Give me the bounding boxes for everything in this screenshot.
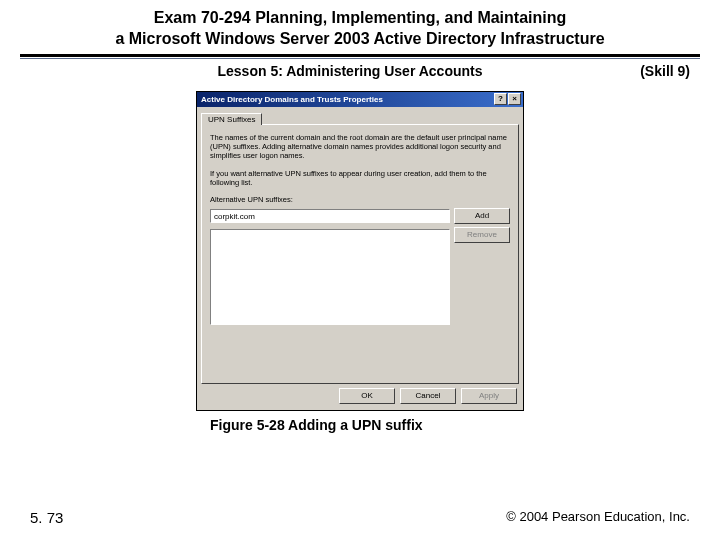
tab-strip: UPN Suffixes <box>197 107 523 124</box>
description-2: If you want alternative UPN suffixes to … <box>210 169 510 188</box>
slide-header: Exam 70-294 Planning, Implementing, and … <box>0 0 720 54</box>
suffix-listbox[interactable] <box>210 229 450 325</box>
tab-panel: The names of the current domain and the … <box>201 124 519 384</box>
close-button[interactable]: × <box>508 93 521 105</box>
figure-caption: Figure 5-28 Adding a UPN suffix <box>0 417 720 433</box>
page-number: 5. 73 <box>30 509 63 526</box>
input-row: corpkit.com Add <box>210 208 510 224</box>
dialog-button-row: OK Cancel Apply <box>197 388 523 410</box>
remove-button: Remove <box>454 227 510 243</box>
divider-thick <box>20 54 700 57</box>
help-button[interactable]: ? <box>494 93 507 105</box>
figure-area: Active Directory Domains and Trusts Prop… <box>0 91 720 433</box>
header-line2: a Microsoft Windows Server 2003 Active D… <box>20 29 700 50</box>
tab-upn-suffixes[interactable]: UPN Suffixes <box>201 113 262 125</box>
ok-button[interactable]: OK <box>339 388 395 404</box>
apply-button: Apply <box>461 388 517 404</box>
header-line1: Exam 70-294 Planning, Implementing, and … <box>20 8 700 29</box>
skill-label: (Skill 9) <box>610 63 690 79</box>
lesson-row: Lesson 5: Administering User Accounts (S… <box>0 59 720 85</box>
list-row: Remove <box>210 227 510 325</box>
cancel-button[interactable]: Cancel <box>400 388 456 404</box>
description-1: The names of the current domain and the … <box>210 133 510 161</box>
slide-footer: 5. 73 © 2004 Pearson Education, Inc. <box>0 509 720 526</box>
copyright: © 2004 Pearson Education, Inc. <box>506 509 690 526</box>
add-button[interactable]: Add <box>454 208 510 224</box>
lesson-title: Lesson 5: Administering User Accounts <box>30 63 610 79</box>
dialog-title: Active Directory Domains and Trusts Prop… <box>201 95 383 104</box>
properties-dialog: Active Directory Domains and Trusts Prop… <box>196 91 524 411</box>
suffix-label: Alternative UPN suffixes: <box>210 195 510 204</box>
suffix-input[interactable]: corpkit.com <box>210 209 450 223</box>
dialog-titlebar[interactable]: Active Directory Domains and Trusts Prop… <box>197 92 523 107</box>
